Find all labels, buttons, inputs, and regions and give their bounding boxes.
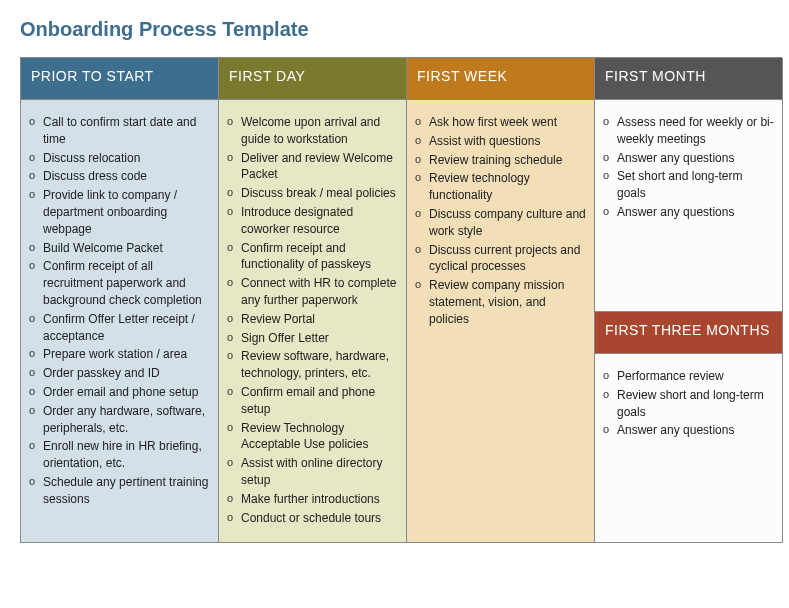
list-item: Prepare work station / area [41,346,210,363]
column-body-first-day: Welcome upon arrival and guide to workst… [219,100,407,543]
list-item: Confirm receipt and functionality of pas… [239,240,398,274]
list-item: Conduct or schedule tours [239,510,398,527]
list-item: Order email and phone setup [41,384,210,401]
list-item: Provide link to company / department onb… [41,187,210,237]
list-item: Review company mission statement, vision… [427,277,586,327]
list-item: Discuss company culture and work style [427,206,586,240]
right-column-stack: Assess need for weekly or bi-weekly meet… [595,100,783,543]
list-item: Welcome upon arrival and guide to workst… [239,114,398,148]
list-item: Enroll new hire in HR briefing, orientat… [41,438,210,472]
list-item: Answer any questions [615,150,774,167]
page-title: Onboarding Process Template [20,18,779,41]
list-item: Performance review [615,368,774,385]
list-item: Ask how first week went [427,114,586,131]
list-first-month: Assess need for weekly or bi-weekly meet… [603,114,774,221]
list-item: Make further introductions [239,491,398,508]
list-item: Assist with online directory setup [239,455,398,489]
list-item: Discuss relocation [41,150,210,167]
column-header-first-day: FIRST DAY [219,58,407,100]
list-item: Confirm receipt of all recruitment paper… [41,258,210,308]
list-item: Assist with questions [427,133,586,150]
column-header-first-week: FIRST WEEK [407,58,595,100]
column-body-first-three-months: Performance reviewReview short and long-… [595,354,782,542]
list-item: Review Portal [239,311,398,328]
list-item: Sign Offer Letter [239,330,398,347]
list-item: Connect with HR to complete any further … [239,275,398,309]
list-item: Review training schedule [427,152,586,169]
list-first-day: Welcome upon arrival and guide to workst… [227,114,398,526]
list-item: Deliver and review Welcome Packet [239,150,398,184]
list-item: Confirm email and phone setup [239,384,398,418]
list-item: Set short and long-term goals [615,168,774,202]
list-item: Call to confirm start date and time [41,114,210,148]
list-item: Order any hardware, software, peripheral… [41,403,210,437]
list-item: Review Technology Acceptable Use policie… [239,420,398,454]
list-prior: Call to confirm start date and timeDiscu… [29,114,210,508]
column-header-prior: PRIOR TO START [21,58,219,100]
column-body-first-month: Assess need for weekly or bi-weekly meet… [595,100,782,312]
list-item: Review software, hardware, technology, p… [239,348,398,382]
list-item: Discuss break / meal policies [239,185,398,202]
list-item: Order passkey and ID [41,365,210,382]
list-item: Schedule any pertinent training sessions [41,474,210,508]
list-item: Answer any questions [615,422,774,439]
list-item: Discuss dress code [41,168,210,185]
list-item: Answer any questions [615,204,774,221]
list-item: Discuss current projects and cyclical pr… [427,242,586,276]
list-item: Assess need for weekly or bi-weekly meet… [615,114,774,148]
column-header-first-three-months: FIRST THREE MONTHS [595,312,782,354]
column-body-first-week: Ask how first week wentAssist with quest… [407,100,595,543]
list-item: Introduce designated coworker resource [239,204,398,238]
list-item: Confirm Offer Letter receipt / acceptanc… [41,311,210,345]
list-item: Review technology functionality [427,170,586,204]
list-first-week: Ask how first week wentAssist with quest… [415,114,586,328]
list-item: Review short and long-term goals [615,387,774,421]
list-first-three-months: Performance reviewReview short and long-… [603,368,774,439]
list-item: Build Welcome Packet [41,240,210,257]
onboarding-board: PRIOR TO START FIRST DAY FIRST WEEK FIRS… [20,57,782,543]
column-header-first-month: FIRST MONTH [595,58,783,100]
column-body-prior: Call to confirm start date and timeDiscu… [21,100,219,543]
